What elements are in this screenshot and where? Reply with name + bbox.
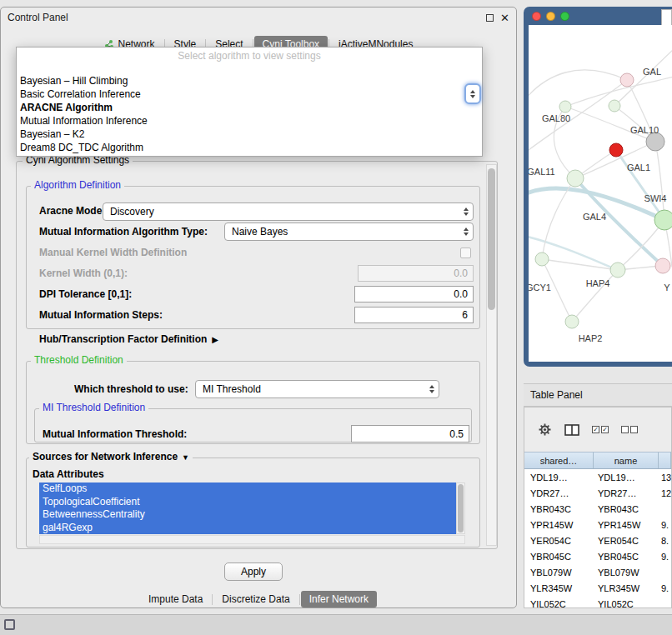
table-cell: 9. — [659, 552, 671, 562]
node-label: GAL1 — [627, 162, 650, 172]
network-node[interactable] — [620, 73, 634, 87]
taskbar — [0, 614, 672, 635]
sources-section-title: Sources for Network Inference — [33, 451, 178, 462]
network-node[interactable] — [609, 143, 623, 157]
select-all-icon[interactable]: ✓✓ — [592, 426, 609, 433]
column-header[interactable]: shared… — [524, 452, 594, 468]
settings-gear-icon[interactable] — [538, 422, 552, 437]
network-node[interactable] — [559, 101, 571, 112]
attribute-item[interactable]: BetweennessCentrality — [39, 508, 456, 522]
window-title: Control Panel — [8, 12, 68, 23]
scrollbar-thumb[interactable] — [488, 168, 495, 310]
mi-steps-field[interactable]: 6 — [354, 307, 474, 323]
table-cell: YBR043C — [524, 504, 594, 514]
table-cell: YPR145W — [524, 520, 594, 530]
deselect-all-icon[interactable] — [621, 426, 638, 433]
mi-threshold-group-title: MI Threshold Definition — [39, 402, 148, 413]
table-cell: 9. — [659, 520, 671, 530]
algorithm-option[interactable]: Mutual Information Inference — [17, 114, 482, 128]
table-row[interactable]: YER054CYER054C8. — [524, 532, 671, 548]
network-node[interactable] — [654, 210, 672, 230]
node-label: GCY1 — [529, 282, 551, 292]
network-node[interactable] — [535, 252, 549, 266]
table-cell: 12 — [659, 488, 671, 498]
stepper-arrows-icon — [429, 381, 434, 398]
hub-section-toggle[interactable]: Hub/Transcription Factor Definition▶ — [39, 333, 218, 346]
table-row[interactable]: YBL079WYBL079W — [524, 564, 671, 580]
table-cell: YBL079W — [594, 568, 659, 578]
settings-scrollbar[interactable] — [486, 164, 497, 546]
attributes-list-scrollbar[interactable] — [456, 482, 465, 534]
dpi-tolerance-field[interactable]: 0.0 — [354, 286, 474, 302]
network-canvas[interactable]: GALGAL80GAL10GAL11GAL1SWI4GAL4GCY1HAP4YH… — [529, 25, 672, 362]
algorithm-option[interactable]: Bayesian – Hill Climbing — [17, 74, 482, 88]
node-label: GAL10 — [630, 125, 659, 135]
table-cell: YBR045C — [594, 552, 659, 562]
node-label: HAP4 — [586, 278, 610, 288]
close-traffic-light[interactable] — [532, 12, 541, 21]
table-cell: YDR27… — [524, 488, 594, 498]
table-cell: YDR27… — [594, 488, 659, 498]
network-node[interactable] — [567, 170, 584, 187]
network-node[interactable] — [609, 100, 620, 112]
table-cell: 9. — [659, 583, 671, 593]
attribute-item[interactable]: gal4RGexp — [39, 522, 456, 535]
tab-label: Infer Network — [309, 593, 369, 605]
table-row[interactable]: YBR045CYBR045C9. — [524, 548, 671, 564]
scrollbar-thumb[interactable] — [458, 484, 464, 532]
network-node[interactable] — [610, 262, 625, 278]
table-cell: YER054C — [594, 536, 659, 546]
algorithm-combobox-fragment[interactable] — [464, 83, 481, 104]
table-cell: 8. — [659, 536, 671, 546]
network-node[interactable] — [646, 132, 664, 151]
manual-kernel-checkbox[interactable] — [460, 248, 471, 258]
aracne-mode-select[interactable]: Discovery — [103, 202, 474, 221]
tab-impute-data[interactable]: Impute Data — [140, 591, 211, 608]
algorithm-option[interactable]: ARACNE Algorithm — [17, 101, 482, 114]
algorithm-definition-title: Algorithm Definition — [31, 180, 124, 191]
network-node[interactable] — [655, 258, 670, 273]
mi-threshold-field[interactable]: 0.5 — [351, 425, 469, 442]
tab-discretize-data[interactable]: Discretize Data — [213, 591, 298, 608]
tab-separator — [299, 594, 300, 605]
which-threshold-select[interactable]: MI Threshold — [195, 380, 439, 398]
table-row[interactable]: YLR345WYLR345W9. — [524, 580, 671, 596]
table-panel-titlebar: Table Panel — [524, 383, 672, 407]
network-node[interactable] — [565, 315, 579, 328]
close-icon[interactable]: ✕ — [500, 12, 509, 23]
mi-steps-label: Mutual Information Steps: — [39, 309, 163, 321]
column-header[interactable] — [659, 452, 671, 468]
tab-infer-network[interactable]: Infer Network — [301, 591, 377, 608]
column-header[interactable]: name — [594, 452, 659, 468]
zoom-traffic-light[interactable] — [560, 12, 569, 21]
tab-separator — [212, 594, 213, 605]
table-cell: YPR145W — [594, 520, 659, 530]
attribute-item[interactable]: TopologicalCoefficient — [39, 496, 456, 509]
table-header: shared…name — [524, 452, 671, 469]
node-label: GAL80 — [542, 113, 570, 123]
algorithm-popup-placeholder: Select algorithm to view settings — [17, 48, 482, 62]
attributes-list-hscrollbar[interactable] — [39, 535, 465, 544]
table-cell: YDL19… — [524, 472, 594, 482]
desktop: Control Panel ✕ NetworkStyleSelectCyni T… — [0, 0, 672, 635]
apply-button[interactable]: Apply — [224, 562, 283, 581]
algorithm-option[interactable]: Basic Correlation Inference — [17, 88, 482, 101]
dpi-tolerance-label: DPI Tolerance [0,1]: — [39, 288, 132, 300]
columns-icon[interactable] — [564, 424, 579, 436]
taskbar-window-icon[interactable] — [4, 619, 15, 630]
attribute-item[interactable]: SelfLoops — [39, 482, 456, 496]
sources-section-toggle[interactable]: Sources for Network Inference▼ — [29, 452, 193, 463]
table-row[interactable]: YIL052CYIL052C — [524, 596, 671, 608]
table-row[interactable]: YDR27…YDR27…12 — [524, 485, 671, 501]
mi-algorithm-type-select[interactable]: Naive Bayes — [224, 222, 474, 241]
table-row[interactable]: YPR145WYPR145W9. — [524, 517, 671, 532]
algorithm-option[interactable]: Bayesian – K2 — [17, 128, 482, 141]
minimize-traffic-light[interactable] — [546, 12, 555, 21]
table-cell: 13 — [659, 472, 671, 482]
kernel-width-field[interactable]: 0.0 — [358, 265, 474, 282]
float-window-icon[interactable] — [486, 14, 494, 22]
algorithm-option[interactable]: Dream8 DC_TDC Algorithm — [17, 141, 482, 154]
table-row[interactable]: YDL19…YDL19…13 — [524, 469, 671, 485]
table-row[interactable]: YBR043CYBR043C — [524, 501, 671, 517]
node-label: GAL — [643, 67, 661, 77]
